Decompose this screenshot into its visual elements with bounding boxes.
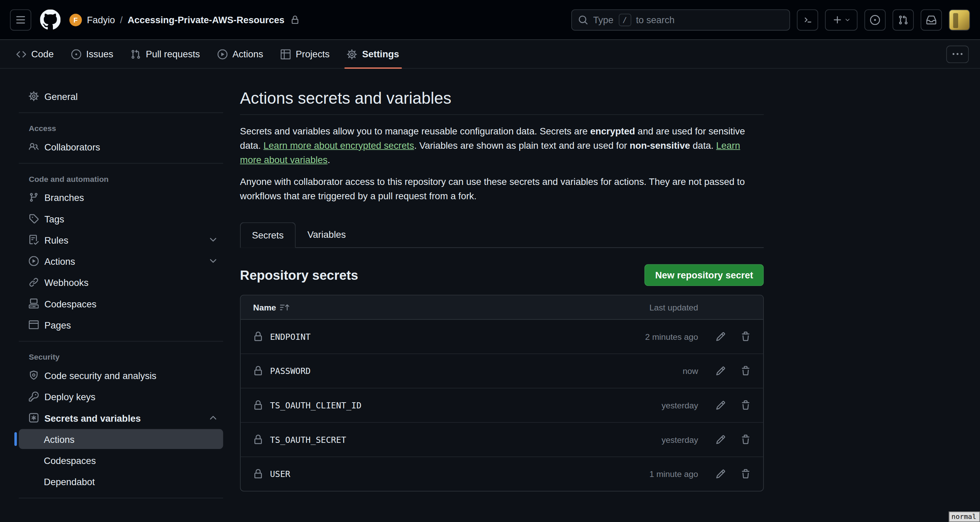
sidebar-subitem-codespaces[interactable]: Codespaces: [19, 451, 223, 470]
sidebar-section-security: Security: [19, 348, 223, 365]
sidebar-item-rules[interactable]: Rules: [19, 230, 223, 250]
sidebar-item-label: Code security and analysis: [45, 370, 156, 381]
edit-secret-icon[interactable]: [716, 366, 725, 376]
sidebar-item-branches[interactable]: Branches: [19, 187, 223, 208]
delete-secret-icon[interactable]: [741, 400, 751, 410]
repository-secrets-header: Repository secrets New repository secret: [240, 264, 764, 286]
lock-icon: [253, 332, 263, 341]
inbox-icon: [926, 15, 936, 25]
github-repo-settings-page: F Fadyio / Accessing-Private-AWS-Resourc…: [0, 0, 980, 522]
key-icon: [29, 392, 38, 401]
user-avatar-button[interactable]: [949, 9, 970, 30]
tab-issues[interactable]: Issues: [62, 40, 122, 68]
edit-secret-icon[interactable]: [716, 400, 725, 410]
sidebar-item-collaborators[interactable]: Collaborators: [19, 137, 223, 157]
breadcrumb-separator: /: [120, 14, 123, 25]
tab-actions[interactable]: Actions: [208, 40, 272, 68]
issues-dashboard-button[interactable]: [864, 9, 885, 30]
search-input[interactable]: Type / to search: [571, 9, 790, 30]
sort-ascending-icon[interactable]: [280, 303, 289, 312]
lock-icon: [253, 400, 263, 410]
sidebar-item-label: Deploy keys: [45, 391, 95, 402]
sidebar-section-access: Access: [19, 119, 223, 137]
table-icon: [281, 49, 291, 59]
intro-text: .: [328, 154, 330, 165]
delete-secret-icon[interactable]: [741, 366, 751, 376]
global-header: F Fadyio / Accessing-Private-AWS-Resourc…: [0, 0, 980, 40]
sidebar-item-actions[interactable]: Actions: [19, 251, 223, 271]
breadcrumb-repo-link[interactable]: Accessing-Private-AWS-Resources: [128, 14, 285, 25]
inbox-button[interactable]: [921, 9, 942, 30]
secret-name: TS_OAUTH_CLIENT_ID: [270, 400, 362, 410]
tag-icon: [29, 214, 38, 224]
tab-settings[interactable]: Settings: [338, 40, 408, 68]
chevron-down-icon: [844, 17, 850, 23]
search-placeholder-prefix: Type: [593, 14, 614, 25]
delete-secret-icon[interactable]: [741, 435, 751, 444]
tab-projects[interactable]: Projects: [272, 40, 338, 68]
learn-more-secrets-link[interactable]: Learn more about encrypted secrets: [264, 140, 414, 151]
search-placeholder-suffix: to search: [636, 14, 675, 25]
sidebar-subitem-dependabot[interactable]: Dependabot: [19, 471, 223, 492]
sidebar-item-general[interactable]: General: [19, 86, 223, 106]
checklist-icon: [29, 235, 38, 244]
edit-secret-icon[interactable]: [716, 469, 725, 479]
sidebar-item-label: Dependabot: [44, 476, 95, 487]
chevron-down-icon: [208, 235, 218, 244]
gear-icon: [347, 49, 357, 59]
delete-secret-icon[interactable]: [741, 469, 751, 479]
sidebar-item-label: Webhooks: [45, 277, 88, 287]
tab-code[interactable]: Code: [8, 40, 62, 68]
column-last-updated: Last updated: [605, 303, 698, 312]
sidebar-item-secrets-and-variables[interactable]: Secrets and variables: [19, 408, 223, 428]
sidebar-item-code-security[interactable]: Code security and analysis: [19, 365, 223, 386]
new-repository-secret-button[interactable]: New repository secret: [645, 264, 764, 286]
create-new-button[interactable]: [825, 9, 858, 30]
tab-variables[interactable]: Variables: [296, 222, 358, 248]
play-icon: [29, 256, 38, 266]
people-icon: [29, 142, 38, 152]
page-title: Actions secrets and variables: [240, 89, 764, 115]
edit-secret-icon[interactable]: [716, 435, 725, 444]
breadcrumb-owner-link[interactable]: Fadyio: [87, 14, 115, 25]
secrets-table-header: Name Last updated: [241, 295, 763, 320]
github-logo[interactable]: [40, 9, 60, 30]
secret-row: ENDPOINT 2 minutes ago: [241, 320, 763, 354]
global-menu-button[interactable]: [10, 9, 31, 30]
secret-name: PASSWORD: [270, 366, 311, 376]
sidebar-item-tags[interactable]: Tags: [19, 208, 223, 228]
sidebar-item-deploy-keys[interactable]: Deploy keys: [19, 387, 223, 407]
secret-row: USER 1 minute ago: [241, 457, 763, 491]
tab-pull-requests[interactable]: Pull requests: [122, 40, 208, 68]
play-icon: [218, 49, 228, 59]
divider: [19, 498, 223, 498]
tab-label: Issues: [86, 49, 113, 59]
sidebar-item-label: Collaborators: [45, 141, 100, 152]
lock-icon: [253, 435, 263, 444]
gear-icon: [29, 91, 38, 101]
edit-secret-icon[interactable]: [716, 332, 725, 341]
codespaces-icon: [29, 298, 38, 308]
owner-avatar[interactable]: F: [69, 13, 82, 26]
pull-requests-dashboard-button[interactable]: [892, 9, 914, 30]
nav-overflow-button[interactable]: [946, 46, 969, 63]
secret-row: TS_OAUTH_SECRET yesterday: [241, 422, 763, 457]
secret-updated: yesterday: [605, 401, 698, 410]
sidebar-subitem-actions[interactable]: Actions: [19, 429, 223, 449]
slash-keycap: /: [618, 13, 631, 26]
plus-icon: [832, 15, 842, 25]
code-icon: [16, 49, 26, 59]
delete-secret-icon[interactable]: [741, 332, 751, 341]
tab-secrets[interactable]: Secrets: [240, 222, 296, 248]
search-icon: [578, 15, 588, 25]
secrets-table: Name Last updated ENDPOINT 2 minutes ago: [240, 295, 764, 492]
sidebar-item-codespaces[interactable]: Codespaces: [19, 294, 223, 314]
sidebar-item-label: Codespaces: [45, 298, 97, 309]
command-palette-button[interactable]: [797, 9, 818, 30]
sidebar-item-webhooks[interactable]: Webhooks: [19, 272, 223, 292]
sidebar-section-code-automation: Code and automation: [19, 170, 223, 187]
sidebar-item-pages[interactable]: Pages: [19, 315, 223, 335]
repo-nav: Code Issues Pull requests Actions Projec…: [0, 40, 980, 68]
kebab-horizontal-icon: [953, 49, 963, 59]
secret-updated: yesterday: [605, 435, 698, 444]
